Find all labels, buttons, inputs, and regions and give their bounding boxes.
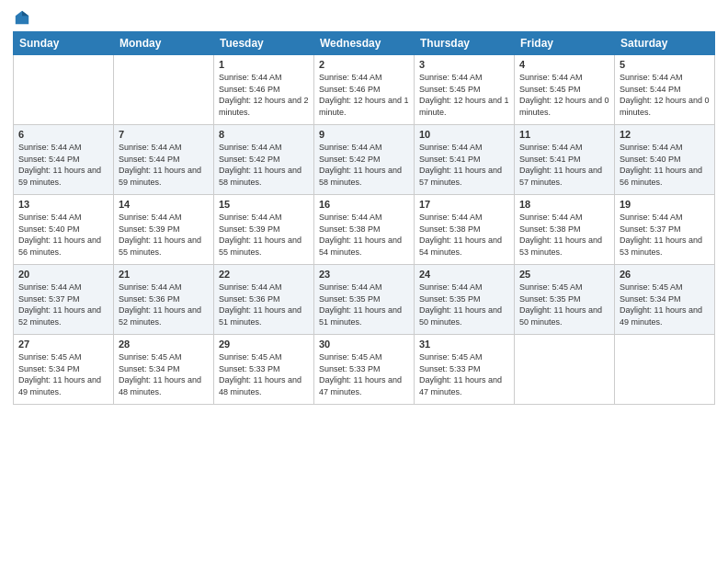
- calendar-cell: 26Sunrise: 5:45 AM Sunset: 5:34 PM Dayli…: [615, 265, 715, 335]
- day-number: 14: [119, 199, 209, 210]
- svg-marker-1: [22, 11, 28, 16]
- day-number: 9: [319, 129, 409, 140]
- calendar-cell: 20Sunrise: 5:44 AM Sunset: 5:37 PM Dayli…: [14, 265, 114, 335]
- calendar-cell: 13Sunrise: 5:44 AM Sunset: 5:40 PM Dayli…: [14, 195, 114, 265]
- calendar-cell: 24Sunrise: 5:44 AM Sunset: 5:35 PM Dayli…: [415, 265, 515, 335]
- calendar-cell: 6Sunrise: 5:44 AM Sunset: 5:44 PM Daylig…: [14, 125, 114, 195]
- calendar-cell: 3Sunrise: 5:44 AM Sunset: 5:45 PM Daylig…: [415, 55, 515, 125]
- day-info: Sunrise: 5:44 AM Sunset: 5:38 PM Dayligh…: [519, 212, 609, 258]
- calendar-header-thursday: Thursday: [415, 32, 515, 55]
- calendar-cell: 19Sunrise: 5:44 AM Sunset: 5:37 PM Dayli…: [615, 195, 715, 265]
- day-info: Sunrise: 5:44 AM Sunset: 5:36 PM Dayligh…: [119, 282, 209, 327]
- day-info: Sunrise: 5:45 AM Sunset: 5:34 PM Dayligh…: [18, 351, 108, 397]
- calendar-week-row: 13Sunrise: 5:44 AM Sunset: 5:40 PM Dayli…: [14, 195, 715, 265]
- calendar-week-row: 20Sunrise: 5:44 AM Sunset: 5:37 PM Dayli…: [14, 265, 715, 335]
- calendar-cell: [515, 335, 615, 405]
- day-info: Sunrise: 5:44 AM Sunset: 5:45 PM Dayligh…: [419, 72, 509, 118]
- day-info: Sunrise: 5:44 AM Sunset: 5:36 PM Dayligh…: [219, 282, 309, 327]
- day-number: 10: [419, 129, 509, 140]
- calendar-header-friday: Friday: [515, 32, 615, 55]
- day-number: 27: [18, 339, 108, 350]
- calendar-header-wednesday: Wednesday: [314, 32, 415, 55]
- day-number: 17: [419, 199, 509, 210]
- day-number: 4: [519, 59, 609, 70]
- day-info: Sunrise: 5:44 AM Sunset: 5:46 PM Dayligh…: [219, 72, 309, 118]
- day-info: Sunrise: 5:44 AM Sunset: 5:39 PM Dayligh…: [219, 212, 309, 258]
- day-info: Sunrise: 5:44 AM Sunset: 5:39 PM Dayligh…: [119, 212, 209, 258]
- day-number: 28: [119, 339, 209, 350]
- day-number: 6: [18, 129, 108, 140]
- calendar-cell: 21Sunrise: 5:44 AM Sunset: 5:36 PM Dayli…: [114, 265, 214, 335]
- calendar-week-row: 27Sunrise: 5:45 AM Sunset: 5:34 PM Dayli…: [14, 335, 715, 405]
- day-number: 30: [319, 339, 409, 350]
- calendar-header-saturday: Saturday: [615, 32, 715, 55]
- calendar-cell: [114, 55, 214, 125]
- day-number: 7: [119, 129, 209, 140]
- calendar-cell: 1Sunrise: 5:44 AM Sunset: 5:46 PM Daylig…: [214, 55, 314, 125]
- day-info: Sunrise: 5:45 AM Sunset: 5:34 PM Dayligh…: [119, 351, 209, 397]
- day-number: 29: [219, 339, 309, 350]
- day-number: 1: [219, 59, 309, 70]
- calendar-cell: 22Sunrise: 5:44 AM Sunset: 5:36 PM Dayli…: [214, 265, 314, 335]
- day-number: 13: [18, 199, 108, 210]
- logo-area: [13, 9, 30, 26]
- calendar-cell: 28Sunrise: 5:45 AM Sunset: 5:34 PM Dayli…: [114, 335, 214, 405]
- day-number: 5: [620, 59, 710, 70]
- day-info: Sunrise: 5:44 AM Sunset: 5:42 PM Dayligh…: [219, 142, 309, 188]
- day-info: Sunrise: 5:44 AM Sunset: 5:38 PM Dayligh…: [419, 212, 509, 258]
- calendar-cell: 5Sunrise: 5:44 AM Sunset: 5:44 PM Daylig…: [615, 55, 715, 125]
- day-number: 18: [519, 199, 609, 210]
- calendar-cell: 23Sunrise: 5:44 AM Sunset: 5:35 PM Dayli…: [314, 265, 415, 335]
- calendar-header-sunday: Sunday: [14, 32, 114, 55]
- calendar-cell: 4Sunrise: 5:44 AM Sunset: 5:45 PM Daylig…: [515, 55, 615, 125]
- day-number: 21: [119, 269, 209, 280]
- calendar-cell: [615, 335, 715, 405]
- calendar-cell: 11Sunrise: 5:44 AM Sunset: 5:41 PM Dayli…: [515, 125, 615, 195]
- calendar-header-monday: Monday: [114, 32, 214, 55]
- day-info: Sunrise: 5:44 AM Sunset: 5:38 PM Dayligh…: [319, 212, 409, 258]
- page: SundayMondayTuesdayWednesdayThursdayFrid…: [0, 0, 728, 563]
- day-number: 8: [219, 129, 309, 140]
- day-info: Sunrise: 5:44 AM Sunset: 5:42 PM Dayligh…: [319, 142, 409, 188]
- calendar-cell: 12Sunrise: 5:44 AM Sunset: 5:40 PM Dayli…: [615, 125, 715, 195]
- calendar-cell: 17Sunrise: 5:44 AM Sunset: 5:38 PM Dayli…: [415, 195, 515, 265]
- day-info: Sunrise: 5:44 AM Sunset: 5:35 PM Dayligh…: [319, 282, 409, 327]
- calendar-cell: 30Sunrise: 5:45 AM Sunset: 5:33 PM Dayli…: [314, 335, 415, 405]
- calendar-header-tuesday: Tuesday: [214, 32, 314, 55]
- calendar-header-row: SundayMondayTuesdayWednesdayThursdayFrid…: [14, 32, 715, 55]
- day-info: Sunrise: 5:45 AM Sunset: 5:33 PM Dayligh…: [419, 351, 509, 397]
- day-info: Sunrise: 5:44 AM Sunset: 5:44 PM Dayligh…: [18, 142, 108, 188]
- day-info: Sunrise: 5:44 AM Sunset: 5:37 PM Dayligh…: [18, 282, 108, 327]
- calendar-table: SundayMondayTuesdayWednesdayThursdayFrid…: [13, 31, 715, 405]
- day-number: 15: [219, 199, 309, 210]
- logo-text: [13, 9, 30, 26]
- day-info: Sunrise: 5:44 AM Sunset: 5:46 PM Dayligh…: [319, 72, 409, 118]
- day-number: 3: [419, 59, 509, 70]
- day-number: 26: [620, 269, 710, 280]
- header: [13, 9, 715, 26]
- day-number: 23: [319, 269, 409, 280]
- calendar-cell: 27Sunrise: 5:45 AM Sunset: 5:34 PM Dayli…: [14, 335, 114, 405]
- day-number: 25: [519, 269, 609, 280]
- day-number: 31: [419, 339, 509, 350]
- day-number: 20: [18, 269, 108, 280]
- day-number: 24: [419, 269, 509, 280]
- day-info: Sunrise: 5:44 AM Sunset: 5:44 PM Dayligh…: [620, 72, 710, 118]
- calendar-cell: 14Sunrise: 5:44 AM Sunset: 5:39 PM Dayli…: [114, 195, 214, 265]
- day-number: 11: [519, 129, 609, 140]
- day-number: 12: [620, 129, 710, 140]
- calendar-week-row: 6Sunrise: 5:44 AM Sunset: 5:44 PM Daylig…: [14, 125, 715, 195]
- day-info: Sunrise: 5:44 AM Sunset: 5:40 PM Dayligh…: [18, 212, 108, 258]
- day-info: Sunrise: 5:44 AM Sunset: 5:41 PM Dayligh…: [519, 142, 609, 188]
- calendar-week-row: 1Sunrise: 5:44 AM Sunset: 5:46 PM Daylig…: [14, 55, 715, 125]
- calendar-cell: 8Sunrise: 5:44 AM Sunset: 5:42 PM Daylig…: [214, 125, 314, 195]
- calendar-cell: 25Sunrise: 5:45 AM Sunset: 5:35 PM Dayli…: [515, 265, 615, 335]
- day-number: 16: [319, 199, 409, 210]
- day-info: Sunrise: 5:44 AM Sunset: 5:44 PM Dayligh…: [119, 142, 209, 188]
- calendar-cell: 9Sunrise: 5:44 AM Sunset: 5:42 PM Daylig…: [314, 125, 415, 195]
- day-info: Sunrise: 5:44 AM Sunset: 5:35 PM Dayligh…: [419, 282, 509, 327]
- day-info: Sunrise: 5:44 AM Sunset: 5:41 PM Dayligh…: [419, 142, 509, 188]
- calendar-cell: 18Sunrise: 5:44 AM Sunset: 5:38 PM Dayli…: [515, 195, 615, 265]
- day-info: Sunrise: 5:45 AM Sunset: 5:33 PM Dayligh…: [319, 351, 409, 397]
- calendar-cell: 29Sunrise: 5:45 AM Sunset: 5:33 PM Dayli…: [214, 335, 314, 405]
